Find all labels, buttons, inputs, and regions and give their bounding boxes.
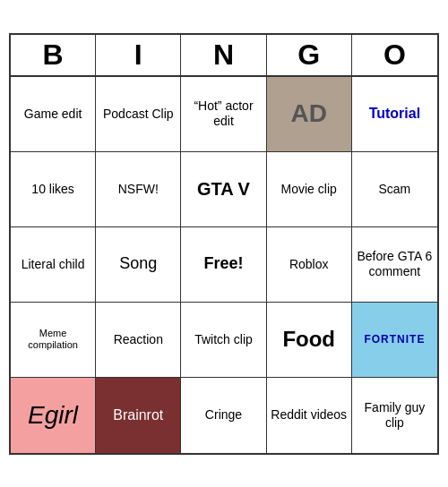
bingo-cell-5: 10 likes: [11, 152, 96, 227]
bingo-cell-0: Game edit: [11, 77, 96, 152]
bingo-cell-6: NSFW!: [96, 152, 181, 227]
bingo-cell-4: Tutorial: [352, 77, 437, 152]
bingo-cell-24: Family guy clip: [352, 378, 437, 453]
bingo-cell-9: Scam: [352, 152, 437, 227]
bingo-cell-22: Cringe: [181, 378, 266, 453]
bingo-cell-11: Song: [96, 227, 181, 303]
bingo-card: BINGO Game editPodcast Clip“Hot” actor e…: [9, 33, 439, 455]
header-letter-b: B: [11, 35, 96, 75]
bingo-cell-18: Food: [267, 303, 352, 378]
bingo-cell-2: “Hot” actor edit: [181, 77, 266, 152]
bingo-grid: Game editPodcast Clip“Hot” actor editADT…: [11, 77, 437, 453]
bingo-cell-3: AD: [267, 77, 352, 152]
bingo-cell-10: Literal child: [11, 227, 96, 303]
bingo-cell-16: Reaction: [96, 303, 181, 378]
header-letter-n: N: [181, 35, 266, 75]
bingo-cell-7: GTA V: [181, 152, 266, 227]
bingo-cell-12: Free!: [181, 227, 266, 303]
bingo-cell-8: Movie clip: [267, 152, 352, 227]
bingo-cell-19: FORTNITE: [352, 303, 437, 378]
bingo-cell-21: Brainrot: [96, 378, 181, 453]
bingo-cell-20: Egirl: [11, 378, 96, 453]
bingo-cell-15: Meme compilation: [11, 303, 96, 378]
bingo-header: BINGO: [11, 35, 437, 77]
bingo-cell-1: Podcast Clip: [96, 77, 181, 152]
bingo-cell-14: Before GTA 6 comment: [352, 227, 437, 303]
header-letter-g: G: [267, 35, 352, 75]
bingo-cell-23: Reddit videos: [267, 378, 352, 453]
bingo-cell-13: Roblox: [267, 227, 352, 303]
bingo-cell-17: Twitch clip: [181, 303, 266, 378]
header-letter-o: O: [352, 35, 437, 75]
header-letter-i: I: [96, 35, 181, 75]
